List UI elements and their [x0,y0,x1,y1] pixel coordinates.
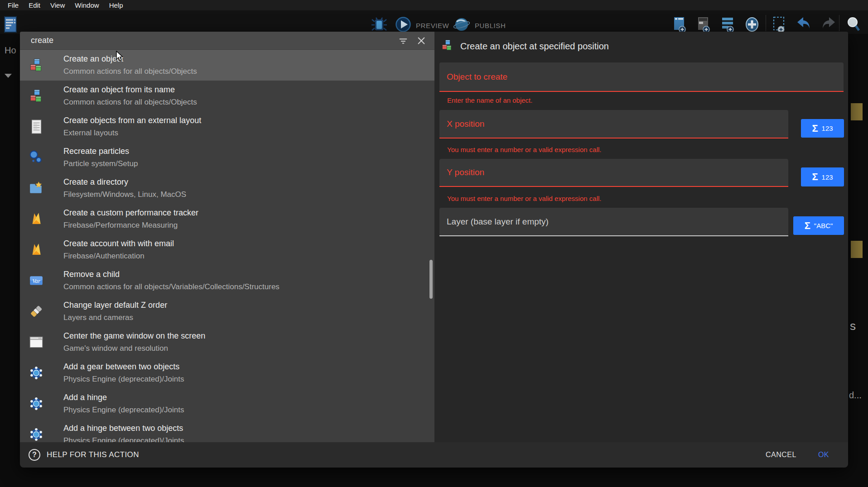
gdevelop-app: FileEditViewWindowHelp PREVIEW PUBLISH H… [0,0,868,487]
project-manager-icon [4,27,18,34]
undo-icon [796,16,812,33]
action-title: Create a directory [63,177,186,187]
sigma-icon: Σ [805,221,810,231]
field-error-text: You must enter a number or a valid expre… [447,195,601,202]
toolbar: PREVIEW PUBLISH [0,10,868,34]
menu-edit[interactable]: Edit [24,0,45,10]
action-result-row[interactable]: Create a directoryFilesystem/Windows, Li… [20,173,434,204]
action-subtitle: Physics Engine (deprecated)/Joints [63,405,184,415]
action-title: Add a gear between two objects [63,362,184,372]
action-title: Change layer default Z order [63,300,167,310]
expression-type-label: 123 [822,173,833,181]
field-placeholder: Y position [447,167,484,177]
search-button[interactable] [846,16,860,34]
physics-joint-icon [29,427,44,442]
field-placeholder: Object to create [447,72,507,82]
action-subtitle: Common actions for all objects/Objects [63,66,197,76]
y-position-field[interactable]: Y position [439,159,788,187]
search-input[interactable]: create [31,36,391,45]
action-title: Create account with with email [63,239,174,249]
close-icon[interactable] [415,35,427,47]
ok-button[interactable]: OK [818,451,829,459]
action-result-row[interactable]: Recreate particlesParticle system/Setup [20,142,434,173]
action-result-row[interactable]: Create objects from an external layoutEx… [20,111,434,142]
field-helper-text: Enter the name of an object. [447,96,532,104]
new-action-dialog: create Create an objectCommon actions fo… [20,32,848,468]
action-editor-title: Create an object at specified position [460,41,609,52]
action-result-row[interactable]: Add a hinge between two objectsPhysics E… [20,419,434,442]
field-placeholder: X position [447,119,484,129]
sigma-icon: Σ [812,172,818,182]
filter-icon[interactable] [397,35,409,47]
publish-label: PUBLISH [475,22,506,29]
preview-label: PREVIEW [416,22,449,29]
action-subtitle: Firebase/Performance Measuring [63,220,198,230]
chevron-down-icon[interactable] [5,74,12,78]
redo-button[interactable] [820,16,836,33]
particles-icon [29,150,44,165]
svg-text:Var: Var [32,278,40,284]
menu-view[interactable]: View [45,0,70,10]
undo-button[interactable] [796,16,812,33]
action-subtitle: Particle system/Setup [63,158,138,169]
menu-help[interactable]: Help [104,0,128,10]
x-position-expression-button[interactable]: Σ 123 [801,119,844,138]
layer-expression-button[interactable]: Σ "ABC" [793,216,844,235]
action-result-row[interactable]: Create a custom performance trackerFireb… [20,204,434,234]
action-result-row[interactable]: Add a gear between two objectsPhysics En… [20,358,434,388]
action-subtitle: Common actions for all objects/Objects [63,97,197,107]
x-position-field[interactable]: X position [439,110,788,138]
help-for-action-button[interactable]: ? HELP FOR THIS ACTION [29,449,139,461]
field-placeholder: Layer (base layer if empty) [447,217,549,227]
action-result-row[interactable]: Create account with with emailFirebase/A… [20,234,434,265]
variable-var-icon: Var [29,273,44,288]
action-title: Recreate particles [63,146,138,157]
objects-cubes-icon [441,39,453,53]
action-title: Remove a child [63,269,280,280]
action-result-row[interactable]: Create an object from its nameCommon act… [20,81,434,111]
expression-type-label: 123 [822,124,833,132]
action-result-row[interactable]: Add a hingePhysics Engine (deprecated)/J… [20,388,434,419]
scrollbar-thumb[interactable] [429,260,433,299]
folder-star-icon [29,181,44,196]
action-subtitle: External layouts [63,128,201,138]
action-subtitle: Common actions for all objects/Variables… [63,282,280,292]
footer-actions: CANCEL OK [766,451,848,459]
action-subtitle: Firebase/Authentication [63,251,174,261]
firebase-flame-icon [29,242,44,258]
field-error-text: You must enter a number or a valid expre… [447,146,601,153]
action-subtitle: Physics Engine (deprecated)/Joints [63,435,184,442]
firebase-flame-icon [29,211,44,227]
action-subtitle: Game's window and resolution [63,343,205,353]
layer-field[interactable]: Layer (base layer if empty) [439,208,788,236]
sigma-icon: Σ [812,124,818,134]
expression-type-label: "ABC" [814,222,833,229]
action-result-row[interactable]: Center the game window on the screenGame… [20,327,434,358]
dialog-footer: ? HELP FOR THIS ACTION CANCEL OK [20,442,848,468]
cancel-button[interactable]: CANCEL [766,451,796,459]
help-label: HELP FOR THIS ACTION [47,450,139,459]
action-subtitle: Filesystem/Windows, Linux, MacOS [63,189,186,200]
search-icon [846,16,860,34]
physics-joint-icon [29,396,44,411]
menu-window[interactable]: Window [70,0,104,10]
home-tab-fragment: Ho [5,45,16,56]
y-position-expression-button[interactable]: Σ 123 [801,167,844,186]
action-title: Add a hinge between two objects [63,423,184,434]
action-editor-header: Create an object at specified position [441,39,609,53]
redo-icon [820,16,836,33]
project-manager-button[interactable] [4,16,18,35]
action-editor-panel: Create an object at specified position O… [434,32,848,442]
toolbar-separator [766,15,766,31]
menu-file[interactable]: File [3,0,24,10]
object-to-create-field[interactable]: Object to create [439,62,844,92]
action-result-row[interactable]: Change layer default Z orderLayers and c… [20,296,434,327]
action-title: Create objects from an external layout [63,115,201,126]
action-result-row[interactable]: VarRemove a childCommon actions for all … [20,265,434,296]
background-text-fragment: s [850,319,856,333]
search-bar[interactable]: create [20,32,434,50]
action-result-row[interactable]: Create an objectCommon actions for all o… [20,50,434,81]
action-title: Create a custom performance tracker [63,208,198,218]
background-gold-fragment [851,241,863,258]
external-layout-icon [29,119,44,134]
